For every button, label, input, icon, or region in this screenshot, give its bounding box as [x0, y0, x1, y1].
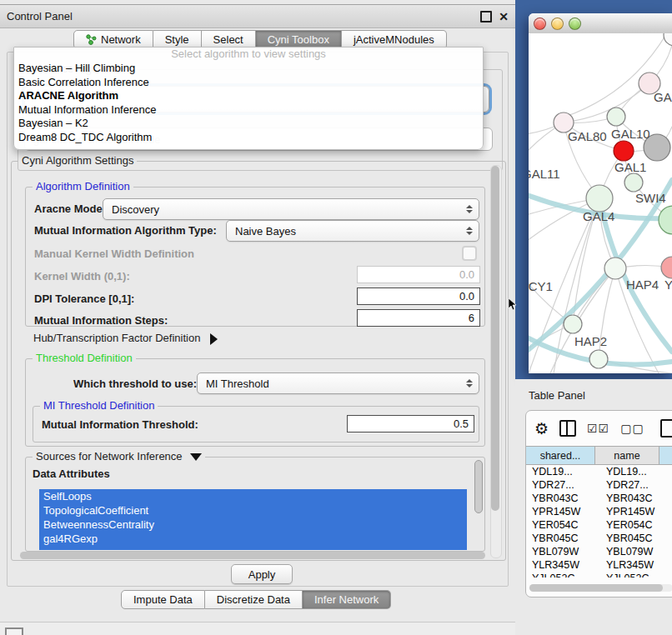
- table-hscrollbar-track[interactable]: [529, 584, 672, 592]
- table-cell: YER054C: [600, 518, 669, 532]
- network-node[interactable]: [589, 350, 608, 368]
- attribute-item-topologicalcoefficient[interactable]: TopologicalCoefficient: [39, 503, 467, 518]
- deselect-all-checkboxes-icon[interactable]: ▢▢: [620, 422, 644, 435]
- network-node-hap4[interactable]: [604, 258, 626, 279]
- column-header-col2[interactable]: [659, 447, 672, 464]
- chevron-down-icon: [190, 453, 202, 461]
- table-row[interactable]: YBR045CYBR045C9.: [526, 532, 672, 545]
- manual-kernel-checkbox[interactable]: [462, 246, 477, 261]
- table-cell: YPR145W: [600, 505, 669, 518]
- attributes-scrollbar-thumb[interactable]: [474, 460, 483, 513]
- tab-discretize-data[interactable]: Discretize Data: [205, 590, 303, 609]
- network-node-gal4[interactable]: [586, 185, 613, 212]
- which-threshold-combobox[interactable]: MI Threshold: [197, 372, 479, 394]
- table-row[interactable]: YLR345WYLR345W9.: [526, 558, 672, 572]
- data-attributes-list[interactable]: SelfLoopsTopologicalCoefficientBetweenne…: [39, 489, 467, 550]
- minimized-panel-icon[interactable]: [5, 628, 23, 635]
- table-cell: YBR043C: [526, 492, 600, 505]
- tab-label: Network: [101, 33, 141, 46]
- network-node-y[interactable]: [661, 257, 672, 278]
- algorithm-option-mutual-information-inference[interactable]: Mutual Information Inference: [14, 103, 483, 118]
- table-cell: YDR27...: [600, 478, 669, 492]
- table-cell: YDL19...: [526, 465, 600, 478]
- algorithm-dropdown-popup: Select algorithm to view settings Bayesi…: [13, 47, 484, 150]
- tab-infer-network[interactable]: Infer Network: [303, 590, 391, 609]
- table-row[interactable]: YDR27...YDR27...12: [526, 478, 672, 492]
- table-cell: YLR345W: [600, 558, 669, 572]
- aracne-mode-combobox[interactable]: Discovery: [103, 198, 479, 220]
- mi-type-label: Mutual Information Algorithm Type:: [34, 224, 217, 237]
- tab-label: Style: [165, 33, 189, 46]
- sources-title[interactable]: Sources for Network Inference: [33, 450, 205, 462]
- algorithm-option-basic-correlation-inference[interactable]: Basic Correlation Inference: [14, 76, 483, 90]
- tab-label: Cyni Toolbox: [268, 33, 329, 46]
- minimize-traffic-light-icon[interactable]: [551, 18, 564, 30]
- network-node-hap2[interactable]: [564, 315, 582, 333]
- chevron-right-icon: [210, 333, 218, 345]
- mouse-cursor: [508, 298, 518, 312]
- column-header-name[interactable]: name: [595, 447, 659, 464]
- network-node-gal10[interactable]: [607, 108, 625, 126]
- settings-vscrollbar-thumb[interactable]: [491, 166, 499, 511]
- attribute-item-selfloops[interactable]: SelfLoops: [39, 489, 467, 503]
- algorithm-definition-group: Algorithm Definition Aracne Mode: Discov…: [25, 187, 485, 327]
- table-cell: YJL052C: [526, 572, 600, 578]
- app-root: Control Panel ✕ NetworkStyleSelectCyni T…: [0, 0, 672, 635]
- table-cell: YER054C: [526, 518, 600, 532]
- network-node-label: GAL11: [529, 167, 560, 181]
- float-window-icon[interactable]: [480, 11, 492, 22]
- algorithm-option-bayesian-hill-climbing[interactable]: Bayesian – Hill Climbing: [14, 62, 483, 76]
- settings-hscrollbar-thumb[interactable]: [20, 552, 485, 559]
- table-row[interactable]: YER054CYER054C8.: [526, 518, 672, 532]
- network-node-swi4[interactable]: [624, 173, 643, 192]
- table-row[interactable]: YPR145WYPR145W9.: [526, 505, 672, 518]
- zoom-traffic-light-icon[interactable]: [569, 18, 581, 30]
- kernel-width-field[interactable]: 0.0: [357, 266, 480, 283]
- column-header-shared[interactable]: shared...: [526, 447, 595, 464]
- table-row[interactable]: YBR043CYBR043C: [526, 492, 672, 505]
- gear-icon[interactable]: ⚙: [534, 421, 549, 437]
- table-cell: YBR045C: [526, 532, 600, 545]
- mi-type-combobox[interactable]: Naive Bayes: [226, 220, 479, 242]
- mi-threshold-field[interactable]: 0.5: [347, 415, 474, 432]
- close-traffic-light-icon[interactable]: [534, 18, 546, 30]
- control-panel-titlebar[interactable]: Control Panel ✕: [0, 4, 515, 28]
- tab-label: Select: [213, 33, 243, 46]
- table-row[interactable]: YDL19...YDL19...13: [526, 465, 672, 478]
- table-row[interactable]: YJL052CYJL052C9.: [526, 572, 672, 578]
- table-hscrollbar-thumb[interactable]: [529, 584, 663, 592]
- dpi-tolerance-field[interactable]: 0.0: [357, 288, 480, 305]
- hub-definition-expander[interactable]: Hub/Transcription Factor Definition: [33, 332, 218, 345]
- network-node[interactable]: [664, 33, 672, 46]
- tab-impute-data[interactable]: Impute Data: [121, 590, 205, 609]
- table-cell: YPR145W: [526, 505, 600, 518]
- split-columns-icon[interactable]: [559, 420, 576, 437]
- algorithm-option-dream8-dc-tdc-algorithm[interactable]: Dream8 DC_TDC Algorithm: [14, 131, 483, 145]
- network-node-label: GAL10: [611, 127, 650, 141]
- network-window-titlebar[interactable]: [529, 13, 672, 34]
- table-header-row: shared...name: [526, 446, 672, 465]
- mi-type-value: Naive Bayes: [235, 225, 296, 238]
- network-node[interactable]: [659, 206, 672, 234]
- table-row[interactable]: YBL079WYBL079W: [526, 545, 672, 558]
- attribute-item-gal4rgexp[interactable]: gal4RGexp: [39, 532, 467, 546]
- attribute-item-betweennesscentrality[interactable]: BetweennessCentrality: [39, 518, 467, 532]
- close-icon[interactable]: ✕: [499, 11, 509, 22]
- apply-button[interactable]: Apply: [231, 564, 293, 584]
- network-node-label: Y: [664, 278, 672, 292]
- algorithm-list: Bayesian – Hill ClimbingBasic Correlatio…: [14, 62, 483, 145]
- aracne-mode-value: Discovery: [112, 203, 159, 216]
- mi-steps-field[interactable]: 6: [357, 309, 480, 327]
- network-node-gal1[interactable]: [614, 141, 634, 161]
- mi-threshold-group: MI Threshold Definition Mutual Informati…: [33, 406, 479, 442]
- export-table-icon[interactable]: [660, 419, 672, 438]
- network-canvas[interactable]: GALGAL80GAL10GAL1GAL11SWI4GAL4HAP4YGCY1H…: [529, 33, 672, 373]
- network-node-label: HAP4: [626, 278, 659, 292]
- mi-threshold-group-title: MI Threshold Definition: [40, 399, 158, 412]
- network-tab-icon: [86, 34, 97, 45]
- algorithm-option-aracne-algorithm[interactable]: ARACNE Algorithm: [14, 89, 483, 103]
- algorithm-option-bayesian-k2[interactable]: Bayesian – K2: [14, 117, 483, 131]
- table-cell: YBR045C: [600, 532, 669, 545]
- table-cell: YBR043C: [600, 492, 669, 505]
- select-all-checkboxes-icon[interactable]: ☑☑: [587, 422, 609, 435]
